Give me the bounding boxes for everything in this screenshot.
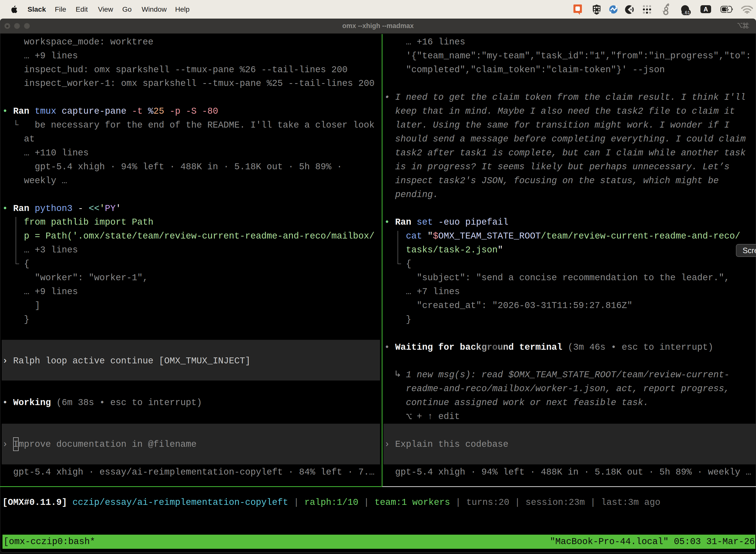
svg-text:1: 1 bbox=[748, 22, 749, 29]
